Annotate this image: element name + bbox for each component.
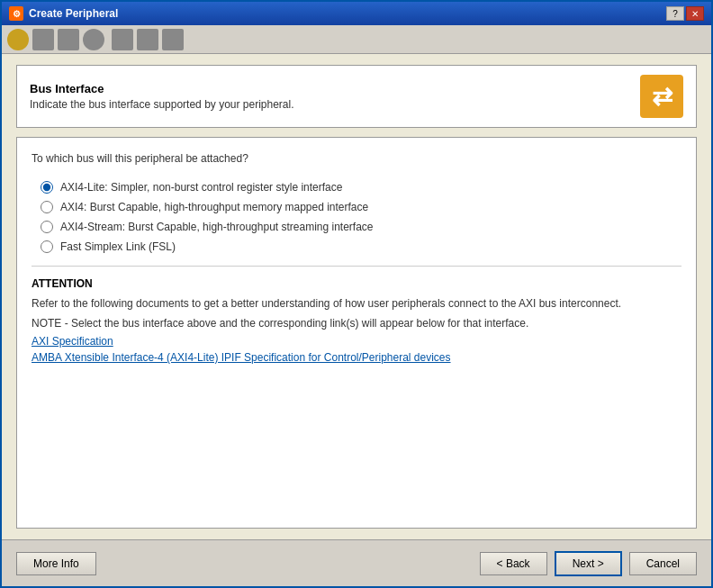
toolbar bbox=[2, 25, 711, 54]
attention-section: ATTENTION Refer to the following documen… bbox=[32, 266, 681, 364]
toolbar-icon-4 bbox=[83, 29, 104, 50]
radio-label-axi4: AXI4: Burst Capable, high-throughput mem… bbox=[60, 201, 368, 213]
help-button[interactable]: ? bbox=[666, 6, 684, 21]
main-panel: To which bus will this peripheral be att… bbox=[16, 137, 697, 529]
toolbar-icon-6 bbox=[137, 29, 158, 50]
close-button[interactable]: ✕ bbox=[686, 6, 704, 21]
radio-label-fsl: Fast Simplex Link (FSL) bbox=[60, 240, 176, 253]
toolbar-icon-7 bbox=[162, 29, 184, 50]
titlebar-controls: ? ✕ bbox=[666, 6, 704, 21]
radio-fsl[interactable] bbox=[41, 240, 53, 253]
more-info-button[interactable]: More Info bbox=[16, 552, 96, 575]
main-window: ⚙ Create Peripheral ? ✕ Bus Interface In… bbox=[0, 0, 713, 588]
next-button[interactable]: Next > bbox=[555, 551, 622, 576]
attention-paragraph1: Refer to the following documents to get … bbox=[32, 295, 681, 312]
radio-item-fsl: Fast Simplex Link (FSL) bbox=[41, 240, 681, 253]
radio-item-axi4lite: AXI4-Lite: Simpler, non-burst control re… bbox=[41, 181, 681, 194]
header-icon: ⇄ bbox=[640, 75, 683, 118]
content-area: Bus Interface Indicate the bus interface… bbox=[2, 54, 711, 539]
svg-text:⇄: ⇄ bbox=[652, 83, 673, 111]
toolbar-icon-3 bbox=[58, 29, 79, 50]
radio-label-axi4stream: AXI4-Stream: Burst Capable, high-through… bbox=[60, 221, 374, 233]
header-section: Bus Interface Indicate the bus interface… bbox=[16, 65, 697, 128]
header-subtitle: Indicate the bus interface supported by … bbox=[30, 98, 294, 111]
window-title: Create Peripheral bbox=[29, 7, 118, 20]
radio-axi4stream[interactable] bbox=[41, 221, 53, 233]
link-amba-specification[interactable]: AMBA Xtensible Interface-4 (AXI4-Lite) I… bbox=[32, 351, 681, 364]
link-axi-specification[interactable]: AXI Specification bbox=[32, 335, 681, 348]
back-button[interactable]: < Back bbox=[480, 552, 547, 575]
radio-group: AXI4-Lite: Simpler, non-burst control re… bbox=[41, 181, 681, 253]
footer: More Info < Back Next > Cancel bbox=[2, 539, 711, 586]
footer-left: More Info bbox=[16, 552, 96, 575]
toolbar-icon-1 bbox=[7, 29, 29, 50]
attention-title: ATTENTION bbox=[32, 277, 681, 290]
question-text: To which bus will this peripheral be att… bbox=[32, 152, 681, 165]
radio-label-axi4lite: AXI4-Lite: Simpler, non-burst control re… bbox=[60, 181, 342, 194]
attention-paragraph2: NOTE - Select the bus interface above an… bbox=[32, 315, 681, 331]
radio-item-axi4stream: AXI4-Stream: Burst Capable, high-through… bbox=[41, 221, 681, 233]
radio-axi4[interactable] bbox=[41, 201, 53, 213]
toolbar-icon-2 bbox=[32, 29, 54, 50]
titlebar-left: ⚙ Create Peripheral bbox=[9, 6, 118, 21]
header-title: Bus Interface bbox=[30, 82, 294, 95]
cancel-button[interactable]: Cancel bbox=[629, 552, 697, 575]
radio-axi4lite[interactable] bbox=[41, 181, 53, 194]
toolbar-icon-5 bbox=[112, 29, 133, 50]
window-icon: ⚙ bbox=[9, 6, 23, 21]
titlebar: ⚙ Create Peripheral ? ✕ bbox=[2, 2, 711, 25]
footer-right: < Back Next > Cancel bbox=[480, 551, 697, 576]
header-text: Bus Interface Indicate the bus interface… bbox=[30, 82, 294, 111]
radio-item-axi4: AXI4: Burst Capable, high-throughput mem… bbox=[41, 201, 681, 213]
